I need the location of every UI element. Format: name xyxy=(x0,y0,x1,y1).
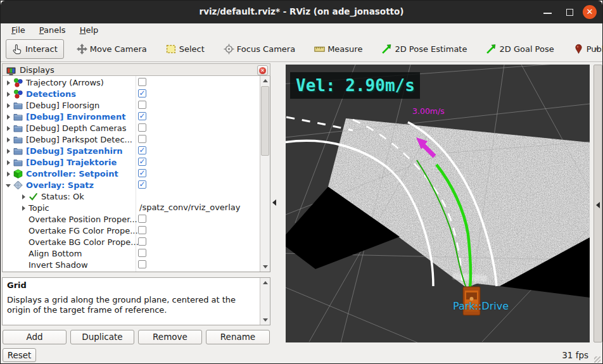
display-row[interactable]: Overtake BG Color Prope... xyxy=(3,236,260,248)
display-row[interactable]: Controller: Setpoint✓ xyxy=(3,168,260,179)
display-row[interactable]: Overtake FG Color Prope... xyxy=(3,225,260,236)
expander-icon[interactable] xyxy=(4,180,13,190)
close-icon[interactable]: ✕ xyxy=(583,5,597,19)
display-row[interactable]: Topic/spatz_conv/rviz_overlay xyxy=(3,202,260,213)
expander-icon[interactable] xyxy=(4,135,13,144)
display-name: [Debug] Spatzenhirn xyxy=(26,146,123,156)
right-panel-handle[interactable] xyxy=(593,65,602,342)
description-scrollbar[interactable] xyxy=(260,278,270,325)
enabled-checkbox[interactable] xyxy=(138,249,146,257)
enabled-checkbox[interactable]: ✓ xyxy=(138,180,146,189)
display-row[interactable]: Invert Shadow xyxy=(3,259,260,270)
duplicate-button[interactable]: Duplicate xyxy=(70,330,134,344)
enabled-checkbox[interactable]: ✓ xyxy=(138,112,146,120)
tree-scrollbar[interactable] xyxy=(260,76,270,272)
expander-icon[interactable] xyxy=(4,123,13,133)
property-value[interactable]: /spatz_conv/rviz_overlay xyxy=(139,203,240,212)
display-row[interactable]: Overtake Position Proper... xyxy=(3,213,260,225)
rename-button[interactable]: Rename xyxy=(206,330,270,344)
expander-icon[interactable] xyxy=(4,112,13,122)
enabled-checkbox[interactable]: ✓ xyxy=(138,158,146,166)
enabled-checkbox[interactable]: ✓ xyxy=(138,146,146,154)
check-icon xyxy=(29,192,38,201)
rviz-window: rviz/default.rviz* - RViz (on ade_jonaso… xyxy=(0,0,603,364)
enabled-checkbox[interactable] xyxy=(138,215,146,223)
folder-icon xyxy=(13,135,23,144)
menu-panels[interactable]: Panels xyxy=(34,24,72,36)
expander-icon[interactable] xyxy=(4,78,13,87)
displays-panel-header[interactable]: Displays ✕ xyxy=(2,63,270,76)
reset-button[interactable]: Reset xyxy=(3,348,36,362)
tool-select[interactable]: Select xyxy=(160,39,211,59)
tool-2d-goal-pose[interactable]: 2D Goal Pose xyxy=(479,39,560,59)
expander-icon[interactable] xyxy=(19,203,29,213)
expander-icon[interactable] xyxy=(19,226,29,235)
displays-panel-title: Displays xyxy=(20,65,54,75)
select-icon xyxy=(166,44,177,54)
expander-icon[interactable] xyxy=(4,146,13,156)
description-title: Grid xyxy=(7,280,257,290)
enabled-checkbox[interactable] xyxy=(138,237,146,246)
minimize-icon[interactable] xyxy=(543,13,552,14)
enabled-checkbox[interactable] xyxy=(138,101,146,109)
display-row[interactable]: Trajectory (Arrows) xyxy=(3,77,260,88)
menu-help[interactable]: Help xyxy=(74,24,105,36)
toolbar: InteractMove CameraSelectFocus CameraMea… xyxy=(1,37,602,62)
focus-icon xyxy=(224,44,234,54)
toolbar-overflow-button[interactable]: » xyxy=(594,44,598,53)
display-row[interactable]: Detections✓ xyxy=(3,88,260,99)
enabled-checkbox[interactable] xyxy=(138,260,146,268)
enabled-checkbox[interactable] xyxy=(138,226,146,234)
scroll-up-icon[interactable] xyxy=(261,77,269,85)
expander-icon[interactable] xyxy=(19,215,29,224)
tool-interact[interactable]: Interact xyxy=(6,39,64,59)
scroll-up-icon[interactable] xyxy=(261,279,269,287)
display-row[interactable]: [Debug] Environment✓ xyxy=(3,111,260,122)
expander-icon[interactable] xyxy=(4,89,13,99)
expander-icon[interactable] xyxy=(4,101,13,110)
display-row[interactable]: [Debug] Parkspot Detec... xyxy=(3,134,260,145)
panel-close-button[interactable]: ✕ xyxy=(257,65,268,75)
expander-icon[interactable] xyxy=(4,169,13,179)
display-row[interactable]: [Debug] Floorsign xyxy=(3,99,260,111)
collapse-left-icon[interactable] xyxy=(272,199,276,206)
menu-file[interactable]: File xyxy=(6,24,31,36)
tool-focus-camera[interactable]: Focus Camera xyxy=(217,39,302,59)
displays-tree: Trajectory (Arrows)Detections✓[Debug] Fl… xyxy=(2,76,270,272)
expander-icon[interactable] xyxy=(19,260,29,270)
expander-icon[interactable] xyxy=(19,192,29,201)
enabled-checkbox[interactable] xyxy=(138,123,146,132)
enabled-checkbox[interactable]: ✓ xyxy=(138,89,146,97)
tool-measure[interactable]: Measure xyxy=(308,39,369,59)
display-row[interactable]: [Debug] Depth Cameras xyxy=(3,122,260,134)
enabled-checkbox[interactable]: ✓ xyxy=(138,169,146,177)
expander-icon[interactable] xyxy=(4,158,13,167)
resize-grip[interactable] xyxy=(594,356,600,363)
maximize-icon[interactable] xyxy=(566,9,573,16)
tool-2d-pose-estimate[interactable]: 2D Pose Estimate xyxy=(375,39,473,59)
display-row[interactable]: [Debug] Trajektorie✓ xyxy=(3,156,260,168)
expander-icon[interactable] xyxy=(19,249,29,258)
scrollbar-thumb[interactable] xyxy=(261,86,269,156)
title-bar[interactable]: rviz/default.rviz* - RViz (on ade_jonaso… xyxy=(1,1,602,23)
display-row[interactable]: Align Bottom xyxy=(3,248,260,259)
add-button[interactable]: Add xyxy=(3,330,67,344)
render-view[interactable]: Vel: 2.90m/s 3.00m/s Park::Drive xyxy=(286,65,590,342)
displays-icon xyxy=(6,66,16,74)
display-row[interactable]: Status: Ok xyxy=(3,191,260,202)
enabled-checkbox[interactable] xyxy=(138,78,146,86)
display-name: Controller: Setpoint xyxy=(26,169,118,179)
scroll-down-icon[interactable] xyxy=(261,316,269,324)
display-row[interactable]: [Debug] Spatzenhirn✓ xyxy=(3,145,260,156)
enabled-checkbox[interactable] xyxy=(138,135,146,143)
display-name: Overtake BG Color Prope... xyxy=(29,237,139,247)
tool-label: Move Camera xyxy=(90,44,147,54)
scroll-down-icon[interactable] xyxy=(261,263,269,271)
pin-icon xyxy=(573,44,584,54)
display-name: Trajectory (Arrows) xyxy=(26,78,104,87)
menu-bar: FilePanelsHelp xyxy=(1,23,602,37)
display-row[interactable]: Overlay: Spatz✓ xyxy=(3,179,260,191)
expander-icon[interactable] xyxy=(19,237,29,247)
tool-move-camera[interactable]: Move Camera xyxy=(70,39,153,59)
remove-button[interactable]: Remove xyxy=(138,330,202,344)
